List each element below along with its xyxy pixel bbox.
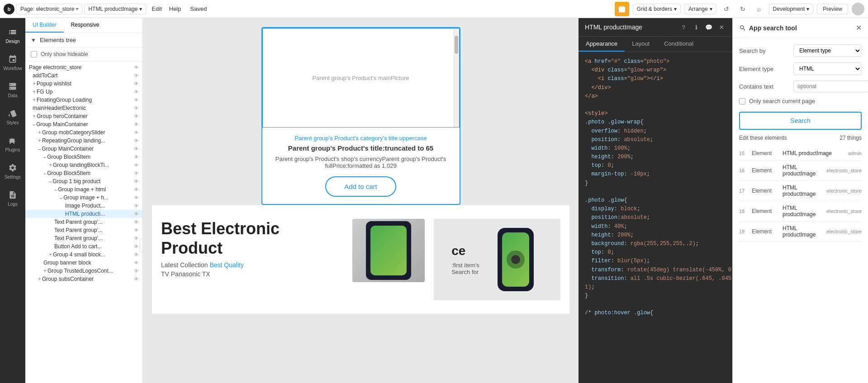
help-menu[interactable]: Help — [169, 5, 181, 12]
eye-icon[interactable]: 👁 — [134, 203, 139, 208]
tree-item-landing-block-ti[interactable]: + Group landingBlockTi... 👁 — [25, 161, 142, 169]
sidebar-item-logs[interactable]: Logs — [0, 184, 25, 212]
result-name[interactable]: HTML productImage — [783, 184, 823, 197]
tree-item-mob-category[interactable]: + Group mobCategorySlider 👁 — [25, 128, 142, 137]
close-icon[interactable]: ✕ — [717, 23, 726, 32]
eye-icon[interactable]: 👁 — [134, 268, 139, 274]
sidebar-item-plugins[interactable]: Plugins — [0, 130, 25, 157]
tree-item-page[interactable]: Page electronic_store 👁 — [25, 63, 142, 71]
eye-icon[interactable]: 👁 — [134, 211, 139, 217]
tree-item-main-header[interactable]: mainHeaderElectronic 👁 — [25, 104, 142, 112]
tree-item-group-trusted-logos[interactable]: + Group TrustedLogosCont... 👁 — [25, 267, 142, 275]
eye-icon[interactable]: 👁 — [134, 187, 139, 192]
eye-icon[interactable]: 👁 — [134, 138, 139, 143]
result-name[interactable]: HTML productImage — [783, 164, 823, 177]
tree-item-block5item-2[interactable]: – Group Block5Item 👁 — [25, 169, 142, 177]
tab-responsive[interactable]: Responsive — [64, 18, 107, 33]
tree-item-popup-wishlist[interactable]: + Popup wishlist 👁 — [25, 80, 142, 88]
sidebar-item-design[interactable]: Design — [0, 22, 25, 49]
tree-item-floating-loading[interactable]: + FloatingGroup Loading 👁 — [25, 96, 142, 104]
result-name[interactable]: HTML productImage — [783, 150, 844, 156]
redo-button[interactable]: ↻ — [736, 3, 749, 15]
eye-icon[interactable]: 👁 — [134, 154, 139, 160]
html-panel-code[interactable]: <a href="#" class="photo"> <div class="g… — [579, 52, 732, 383]
element-type-select[interactable]: HTML — [793, 62, 862, 75]
eye-icon[interactable]: 👁 — [134, 89, 139, 95]
banner-subtitle-link[interactable]: Best Quality — [209, 261, 243, 269]
grid-borders-button[interactable]: Grid & borders ▾ — [633, 4, 681, 14]
sidebar-item-settings[interactable]: Settings — [0, 157, 25, 184]
sidebar-item-styles[interactable]: Styles — [0, 103, 25, 130]
eye-icon[interactable]: 👁 — [134, 105, 139, 111]
only-current-page-checkbox[interactable] — [739, 98, 745, 104]
eye-icon[interactable]: 👁 — [134, 227, 139, 233]
contains-text-input[interactable] — [793, 80, 868, 92]
tab-ui-builder[interactable]: UI Builder — [25, 18, 64, 33]
eye-icon[interactable]: 👁 — [134, 252, 139, 257]
user-avatar[interactable] — [852, 3, 864, 15]
eye-icon[interactable]: 👁 — [134, 219, 139, 225]
search-by-select[interactable]: Element type — [793, 44, 862, 57]
eye-icon[interactable]: 👁 — [134, 195, 139, 200]
eye-icon[interactable]: 👁 — [134, 130, 139, 135]
comment-icon[interactable]: 💬 — [704, 23, 713, 32]
tree-item-group-image-h[interactable]: – Group image + h... 👁 — [25, 194, 142, 202]
tree-item-group-4-small[interactable]: + Group 4 small block... 👁 — [25, 251, 142, 259]
eye-icon[interactable]: 👁 — [134, 146, 139, 151]
search-panel-close-button[interactable]: ✕ — [856, 24, 862, 32]
eye-icon[interactable]: 👁 — [134, 276, 139, 282]
scrollbar-thumb[interactable] — [455, 36, 458, 54]
html-tab-conditional[interactable]: Conditional — [657, 37, 701, 52]
collapse-handle[interactable]: ‹ — [140, 238, 143, 253]
eye-icon[interactable]: 👁 — [134, 179, 139, 184]
tree-item-button-add-to-cart[interactable]: Button Add to cart... 👁 — [25, 242, 142, 251]
result-name[interactable]: HTML productImage — [783, 205, 823, 218]
page-selector[interactable]: Page: electronic_store ▾ — [16, 4, 82, 14]
edit-menu[interactable]: Edit — [152, 5, 161, 12]
eye-icon[interactable]: 👁 — [134, 113, 139, 119]
only-hideable-checkbox[interactable] — [31, 51, 37, 57]
preview-button[interactable]: Preview — [817, 4, 848, 14]
tree-item-text-parent-1[interactable]: Text Parent group'... 👁 — [25, 218, 142, 226]
html-tab-appearance[interactable]: Appearance — [579, 37, 625, 52]
search-topbar-icon[interactable]: ⌕ — [753, 3, 765, 15]
tree-item-main-container-1[interactable]: – Group MainContainer 👁 — [25, 120, 142, 128]
tree-item-fg-up[interactable]: + FG Up 👁 — [25, 88, 142, 96]
eye-icon[interactable]: 👁 — [134, 236, 139, 241]
tree-item-group-subs-container[interactable]: + Group subsContainer 👁 — [25, 275, 142, 283]
search-button[interactable]: Search — [739, 112, 862, 130]
tree-item-hero-container[interactable]: + Group heroContainer 👁 — [25, 112, 142, 120]
undo-button[interactable]: ↺ — [720, 3, 733, 15]
eye-icon[interactable]: 👁 — [134, 162, 139, 168]
sidebar-item-data[interactable]: Data — [0, 76, 25, 103]
tree-item-addtocart[interactable]: addToCart 👁 — [25, 71, 142, 80]
help-icon[interactable]: ? — [679, 23, 688, 32]
canvas-area[interactable]: Parent group's Product's mainPicture Par… — [143, 18, 579, 383]
tree-item-block5item-1[interactable]: – Group Block5Item 👁 — [25, 153, 142, 161]
result-name[interactable]: HTML productImage — [783, 225, 823, 238]
eye-icon[interactable]: 👁 — [134, 260, 139, 265]
add-to-cart-button[interactable]: Add to cart — [325, 176, 396, 197]
gift-button[interactable] — [615, 2, 629, 16]
info-icon[interactable]: ℹ — [692, 23, 701, 32]
tree-item-text-parent-2[interactable]: Text Parent group'... 👁 — [25, 226, 142, 234]
eye-icon[interactable]: 👁 — [134, 170, 139, 176]
tree-item-html-producti[interactable]: HTML producti... 👁 — [25, 210, 142, 218]
tree-item-group-image-html[interactable]: – Group image + html 👁 — [25, 185, 142, 194]
tree-item-repeating-group[interactable]: + RepeatingGroup landing... 👁 — [25, 137, 142, 145]
html-tab-layout[interactable]: Layout — [625, 37, 657, 52]
eye-icon[interactable]: 👁 — [134, 65, 139, 70]
eye-icon[interactable]: 👁 — [134, 97, 139, 103]
tree-item-image-product[interactable]: Image Product... 👁 — [25, 202, 142, 210]
tree-item-group-1-big-product[interactable]: – Group 1 big product 👁 — [25, 177, 142, 185]
eye-icon[interactable]: 👁 — [134, 73, 139, 78]
eye-icon[interactable]: 👁 — [134, 81, 139, 86]
eye-icon[interactable]: 👁 — [134, 122, 139, 127]
tree-item-main-container-2[interactable]: – Group MainContainer 👁 — [25, 145, 142, 153]
eye-icon[interactable]: 👁 — [134, 244, 139, 249]
arrange-button[interactable]: Arrange ▾ — [684, 4, 716, 14]
development-button[interactable]: Development ▾ — [769, 4, 814, 14]
sidebar-item-workflow[interactable]: Workflow — [0, 49, 25, 76]
tree-item-text-parent-3[interactable]: Text Parent group'... 👁 — [25, 234, 142, 242]
tree-item-group-banner-block[interactable]: Group banner block 👁 — [25, 259, 142, 267]
